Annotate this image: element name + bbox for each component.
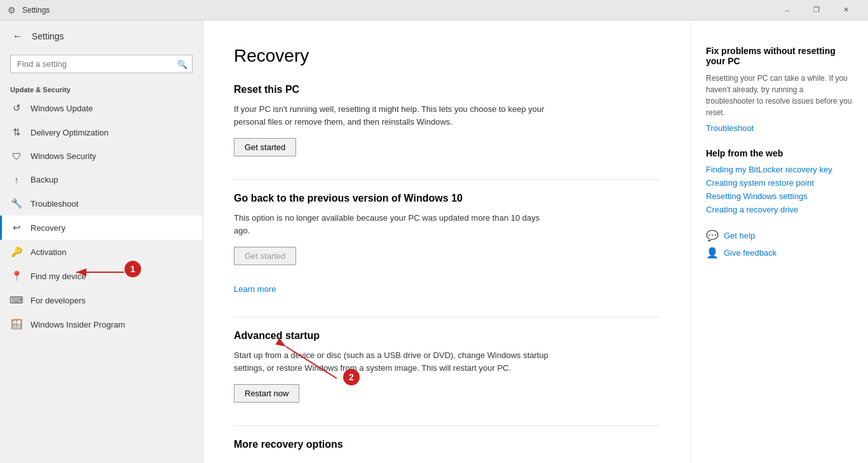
sidebar-item-label-windows-security: Windows Security — [31, 151, 96, 161]
maximize-button[interactable]: ❐ — [802, 0, 831, 20]
sidebar-item-windows-security[interactable]: 🛡Windows Security — [0, 144, 203, 168]
sidebar-item-for-developers[interactable]: ⌨For developers — [0, 288, 203, 312]
app-body: ← Settings 🔍 Update & Security ↺Windows … — [0, 20, 868, 463]
sidebar-item-label-for-developers: For developers — [31, 296, 86, 305]
delivery-optimization-icon: ⇅ — [10, 127, 23, 138]
sidebar-app-title: Settings — [32, 31, 64, 41]
advanced-startup-desc: Start up from a device or disc (such as … — [234, 349, 552, 374]
page-title: Recovery — [234, 46, 660, 66]
title-bar-left: ⚙ Settings — [8, 5, 773, 15]
help-title: Help from the web — [706, 148, 853, 158]
windows-update-icon: ↺ — [10, 102, 23, 114]
learn-more-link[interactable]: Learn more — [234, 284, 276, 294]
title-bar: ⚙ Settings – ❐ ✕ — [0, 0, 868, 20]
more-recovery-section: More recovery options — [234, 439, 660, 450]
help-link-2[interactable]: Resetting Windows settings — [706, 191, 853, 201]
advanced-startup-section: Advanced startup Start up from a device … — [234, 330, 660, 420]
sidebar-item-recovery[interactable]: ↩Recovery — [0, 216, 203, 240]
divider-3 — [234, 425, 660, 426]
troubleshoot-icon: 🔧 — [10, 198, 23, 209]
section-label: Update & Security — [0, 81, 203, 96]
sidebar-item-label-windows-insider-program: Windows Insider Program — [31, 320, 125, 329]
reset-pc-desc: If your PC isn't running well, resetting… — [234, 103, 552, 128]
search-icon: 🔍 — [177, 59, 187, 69]
sidebar-header: ← Settings — [0, 20, 203, 52]
fix-desc: Resetting your PC can take a while. If y… — [706, 73, 853, 118]
reset-pc-button[interactable]: Get started — [234, 138, 296, 156]
help-link-0[interactable]: Finding my BitLocker recovery key — [706, 165, 853, 174]
search-input[interactable] — [10, 55, 193, 73]
fix-title: Fix problems without resetting your PC — [706, 46, 853, 66]
sidebar: ← Settings 🔍 Update & Security ↺Windows … — [0, 20, 203, 463]
right-panel: Fix problems without resetting your PC R… — [690, 20, 868, 463]
help-links-container: Finding my BitLocker recovery keyCreatin… — [706, 165, 853, 214]
advanced-startup-title: Advanced startup — [234, 330, 660, 342]
reset-pc-section: Reset this PC If your PC isn't running w… — [234, 84, 660, 174]
windows-security-icon: 🛡 — [10, 151, 23, 162]
find-my-device-icon: 📍 — [10, 270, 23, 282]
title-bar-controls: – ❐ ✕ — [773, 0, 860, 20]
more-recovery-title: More recovery options — [234, 439, 660, 450]
back-button[interactable]: ← — [10, 28, 25, 45]
restart-now-button[interactable]: Restart now — [234, 384, 299, 403]
give-feedback-icon: 👤 — [706, 247, 719, 259]
backup-icon: ↑ — [10, 174, 23, 185]
sidebar-item-activation[interactable]: 🔑Activation — [0, 240, 203, 264]
sidebar-item-label-backup: Backup — [31, 175, 58, 184]
give-feedback-link[interactable]: Give feedback — [724, 248, 776, 258]
go-back-title: Go back to the previous version of Windo… — [234, 193, 660, 204]
title-bar-title: Settings — [22, 6, 50, 15]
reset-pc-title: Reset this PC — [234, 84, 660, 95]
sidebar-item-label-recovery: Recovery — [31, 223, 65, 233]
sidebar-item-label-troubleshoot: Troubleshoot — [31, 199, 78, 209]
go-back-section: Go back to the previous version of Windo… — [234, 193, 660, 312]
windows-insider-program-icon: 🪟 — [10, 319, 23, 330]
sidebar-item-delivery-optimization[interactable]: ⇅Delivery Optimization — [0, 120, 203, 144]
search-box: 🔍 — [10, 55, 193, 73]
sidebar-item-label-find-my-device: Find my device — [31, 272, 86, 281]
help-link-1[interactable]: Creating system restore point — [706, 178, 853, 188]
divider-1 — [234, 179, 660, 180]
sidebar-item-windows-insider-program[interactable]: 🪟Windows Insider Program — [0, 312, 203, 336]
sidebar-item-troubleshoot[interactable]: 🔧Troubleshoot — [0, 191, 203, 216]
sidebar-item-label-activation: Activation — [31, 247, 66, 257]
nav-items-container: ↺Windows Update⇅Delivery Optimization🛡Wi… — [0, 96, 203, 336]
for-developers-icon: ⌨ — [10, 294, 23, 306]
go-back-desc: This option is no longer available becau… — [234, 212, 552, 237]
get-help-icon: 💬 — [706, 230, 719, 242]
troubleshoot-link[interactable]: Troubleshoot — [706, 123, 853, 133]
activation-icon: 🔑 — [10, 246, 23, 258]
get-help-row: 💬 Get help — [706, 230, 853, 242]
sidebar-item-backup[interactable]: ↑Backup — [0, 168, 203, 191]
support-section: 💬 Get help 👤 Give feedback — [706, 230, 853, 259]
minimize-button[interactable]: – — [773, 0, 802, 20]
close-button[interactable]: ✕ — [831, 0, 860, 20]
divider-2 — [234, 317, 660, 317]
help-section: Help from the web Finding my BitLocker r… — [706, 148, 853, 214]
get-help-link[interactable]: Get help — [724, 231, 755, 240]
sidebar-item-windows-update[interactable]: ↺Windows Update — [0, 96, 203, 120]
sidebar-item-find-my-device[interactable]: 📍Find my device — [0, 264, 203, 288]
settings-icon: ⚙ — [8, 5, 16, 15]
sidebar-item-label-windows-update: Windows Update — [31, 104, 93, 113]
give-feedback-row: 👤 Give feedback — [706, 247, 853, 259]
go-back-button[interactable]: Get started — [234, 247, 296, 265]
help-link-3[interactable]: Creating a recovery drive — [706, 205, 853, 214]
sidebar-item-label-delivery-optimization: Delivery Optimization — [31, 128, 109, 137]
recovery-icon: ↩ — [10, 222, 23, 233]
main-content: Recovery Reset this PC If your PC isn't … — [203, 20, 690, 463]
